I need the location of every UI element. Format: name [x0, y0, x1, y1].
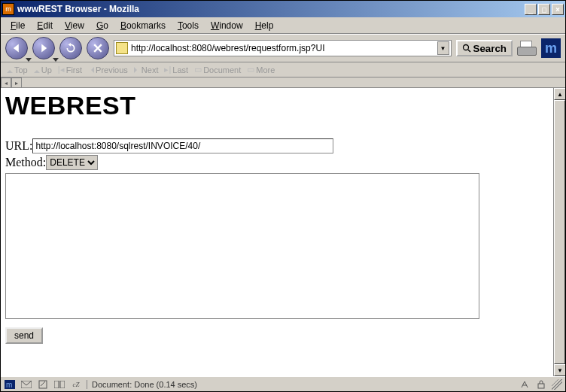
mail-icon[interactable]: [20, 379, 32, 390]
menu-edit[interactable]: Edit: [32, 19, 58, 32]
toolbar-nav: ▼ Search m: [1, 34, 565, 62]
arrow-left-icon: [11, 43, 22, 53]
tab-scroll-left[interactable]: ◂: [1, 77, 11, 88]
irc-icon[interactable]: cZ: [70, 379, 82, 390]
search-icon: [462, 44, 471, 53]
toolbar-site-nav: Top Up |◂First Previous Next ▸|Last ▭Doc…: [1, 62, 565, 77]
page-content: WEBREST URL: Method: DELETE send: [1, 88, 553, 376]
titlebar: m wwwREST Browser - Mozilla _ □ ×: [1, 1, 565, 17]
throbber-icon[interactable]: m: [541, 38, 561, 58]
window-title: wwwREST Browser - Mozilla: [17, 4, 525, 14]
arrow-right-icon: [38, 43, 49, 53]
menu-window[interactable]: Window: [205, 19, 248, 32]
nav-last[interactable]: ▸|Last: [164, 65, 188, 74]
nav-more[interactable]: ▭More: [247, 65, 275, 74]
svg-rect-6: [54, 381, 59, 388]
svg-rect-5: [39, 381, 47, 388]
scroll-thumb[interactable]: [554, 100, 565, 364]
menu-go[interactable]: Go: [91, 19, 114, 32]
app-icon: m: [2, 3, 14, 15]
method-label: Method:: [5, 156, 46, 169]
resize-grip[interactable]: [552, 379, 562, 390]
status-right: [519, 379, 562, 390]
nav-up[interactable]: Up: [34, 65, 52, 74]
url-input[interactable]: [32, 138, 333, 153]
nav-previous[interactable]: Previous: [88, 65, 128, 74]
address-bar: ▼: [114, 40, 452, 56]
content-wrap: WEBREST URL: Method: DELETE send ▲ ▼: [1, 88, 565, 376]
svg-rect-7: [60, 381, 65, 388]
url-row: URL:: [5, 138, 549, 153]
toolbar-right: m: [517, 38, 561, 58]
page-heading: WEBREST: [5, 91, 549, 120]
reload-icon: [65, 43, 76, 53]
svg-text:m: m: [6, 381, 12, 389]
nav-document[interactable]: ▭Document: [194, 65, 241, 74]
address-book-icon[interactable]: [53, 379, 65, 390]
svg-rect-9: [538, 384, 544, 388]
address-dropdown-button[interactable]: ▼: [437, 41, 449, 55]
scroll-track[interactable]: [554, 100, 565, 364]
send-button[interactable]: send: [5, 327, 43, 344]
nav-first[interactable]: |◂First: [58, 65, 82, 74]
vertical-scrollbar[interactable]: ▲ ▼: [553, 88, 565, 376]
forward-button[interactable]: [32, 37, 55, 59]
menu-file[interactable]: File: [5, 19, 30, 32]
offline-icon[interactable]: [519, 379, 531, 390]
search-label: Search: [473, 43, 507, 54]
composer-icon[interactable]: [37, 379, 49, 390]
menu-tools[interactable]: Tools: [172, 19, 204, 32]
window-controls: _ □ ×: [525, 4, 564, 15]
print-button[interactable]: [517, 39, 537, 57]
tab-scroll-right[interactable]: ▸: [11, 77, 22, 88]
nav-next[interactable]: Next: [134, 65, 159, 74]
menu-view[interactable]: View: [59, 19, 90, 32]
scroll-up-button[interactable]: ▲: [554, 88, 565, 100]
scroll-down-button[interactable]: ▼: [554, 364, 565, 376]
svg-line-1: [468, 50, 470, 52]
security-lock-icon[interactable]: [535, 379, 547, 390]
reload-button[interactable]: [59, 37, 82, 59]
statusbar: m cZ Document: Done (0.14 secs): [1, 376, 565, 391]
stop-button[interactable]: [87, 37, 109, 59]
tab-scroll-row: ◂ ▸: [1, 77, 565, 88]
method-row: Method: DELETE: [5, 155, 549, 170]
bookmark-icon[interactable]: [116, 42, 128, 54]
search-button[interactable]: Search: [456, 40, 513, 56]
menubar: File Edit View Go Bookmarks Tools Window…: [1, 17, 565, 34]
address-input[interactable]: [131, 41, 434, 56]
navigator-icon[interactable]: m: [4, 379, 16, 390]
body-textarea[interactable]: [5, 173, 479, 319]
back-button[interactable]: [5, 37, 28, 59]
status-icons: m cZ: [4, 379, 82, 390]
url-label: URL:: [5, 139, 32, 153]
minimize-button[interactable]: _: [525, 4, 537, 15]
close-button[interactable]: ×: [552, 4, 564, 15]
nav-top[interactable]: Top: [7, 65, 28, 74]
status-text: Document: Done (0.14 secs): [87, 380, 514, 389]
menu-help[interactable]: Help: [250, 19, 279, 32]
maximize-button[interactable]: □: [538, 4, 550, 15]
method-select[interactable]: DELETE: [46, 155, 98, 170]
stop-icon: [93, 44, 102, 53]
svg-point-0: [463, 45, 468, 50]
menu-bookmarks[interactable]: Bookmarks: [115, 19, 171, 32]
